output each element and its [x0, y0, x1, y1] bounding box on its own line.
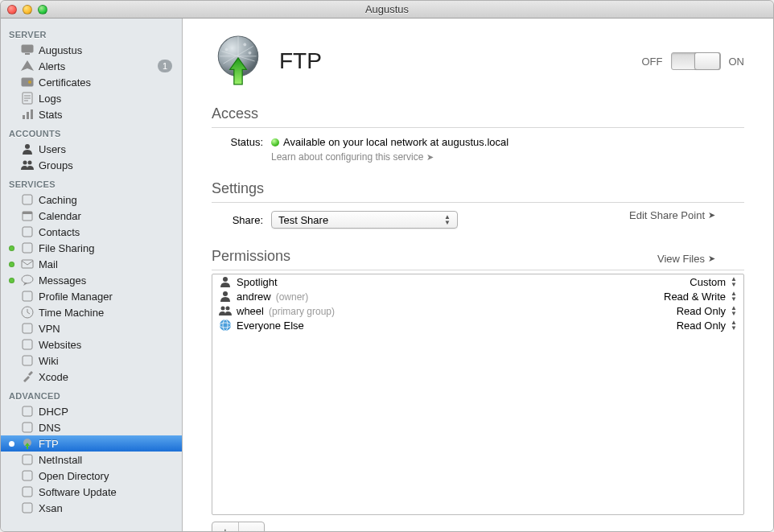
- xsan-icon: [20, 501, 34, 514]
- learn-more-link[interactable]: Learn about configuring this service➤: [271, 151, 744, 163]
- sidebar-item-mail[interactable]: Mail: [1, 256, 182, 272]
- sidebar-item-open-directory[interactable]: Open Directory: [1, 468, 182, 484]
- access-heading: Access: [212, 105, 744, 122]
- alert-icon: [20, 60, 34, 72]
- permission-level: Read Only: [677, 320, 726, 332]
- sidebar-item-vpn[interactable]: VPN: [1, 320, 182, 336]
- share-select[interactable]: Test Share ▲▼: [271, 211, 458, 229]
- remove-button[interactable]: −: [238, 522, 264, 531]
- svg-point-8: [244, 43, 246, 46]
- sidebar-item-label: File Sharing: [39, 242, 94, 254]
- calendar-icon: [20, 209, 34, 222]
- sidebar-item-label: Profile Manager: [39, 291, 113, 303]
- sidebar-item-profile-manager[interactable]: Profile Manager: [1, 288, 182, 304]
- sidebar-item-groups[interactable]: Groups: [1, 157, 182, 173]
- sidebar-item-label: Certificates: [39, 76, 91, 89]
- sidebar-item-label: DHCP: [39, 406, 68, 418]
- share-label: Share:: [212, 214, 263, 226]
- sidebar-item-wiki[interactable]: Wiki: [1, 353, 182, 369]
- sidebar-item-label: Open Directory: [39, 470, 109, 482]
- sidebar-item-users[interactable]: Users: [1, 141, 182, 157]
- status-dot-icon: [9, 262, 14, 267]
- sidebar-item-xsan[interactable]: Xsan: [1, 500, 182, 516]
- permissions-heading: Permissions: [212, 248, 290, 265]
- sidebar-item-label: Logs: [39, 93, 61, 105]
- close-icon[interactable]: [7, 5, 17, 14]
- stepper-icon[interactable]: ▲▼: [731, 291, 737, 302]
- status-dot-icon: [9, 245, 14, 251]
- sidebar-item-caching[interactable]: Caching: [1, 192, 182, 208]
- ftp-hero-icon: [212, 35, 265, 88]
- messages-icon: [20, 274, 34, 287]
- globe-icon: [219, 319, 232, 332]
- sidebar-item-label: Messages: [39, 274, 86, 287]
- sidebar-item-software-update[interactable]: Software Update: [1, 484, 182, 500]
- sidebar-item-label: Websites: [39, 339, 81, 351]
- certificate-icon: [20, 76, 34, 89]
- sidebar-item-time-machine[interactable]: Time Machine: [1, 304, 182, 320]
- caching-icon: [20, 193, 34, 206]
- sidebar-item-netinstall[interactable]: NetInstall: [1, 452, 182, 468]
- sidebar-item-label: Calendar: [39, 210, 81, 222]
- select-stepper-icon: ▲▼: [441, 212, 454, 228]
- titlebar: Augustus: [1, 1, 773, 19]
- people-icon: [219, 304, 232, 317]
- permission-row[interactable]: andrew(owner)Read & Write▲▼: [212, 289, 743, 303]
- svg-point-6: [249, 52, 251, 54]
- permission-row[interactable]: Everyone ElseRead Only▲▼: [212, 318, 743, 332]
- service-toggle[interactable]: [671, 52, 721, 70]
- sidebar-item-stats[interactable]: Stats: [1, 106, 182, 122]
- permissions-list: SpotlightCustom▲▼andrew(owner)Read & Wri…: [212, 274, 744, 515]
- chevron-right-icon: ➤: [708, 210, 715, 221]
- chevron-right-icon: ➤: [708, 254, 715, 264]
- sidebar-item-logs[interactable]: Logs: [1, 90, 182, 106]
- stepper-icon[interactable]: ▲▼: [731, 320, 737, 331]
- permission-row[interactable]: SpotlightCustom▲▼: [212, 274, 743, 289]
- sidebar-item-alerts[interactable]: Alerts1: [1, 58, 182, 74]
- permission-level: Read & Write: [664, 291, 726, 303]
- filesharing-icon: [20, 241, 34, 254]
- sidebar-item-label: Wiki: [39, 355, 59, 367]
- timemachine-icon: [20, 306, 34, 319]
- sidebar-section-header: SERVICES: [1, 173, 182, 192]
- add-button[interactable]: +: [212, 522, 238, 531]
- page-header: FTP OFF ON: [212, 35, 744, 88]
- permissions-addremove: + −: [212, 522, 265, 531]
- view-files-link[interactable]: View Files➤: [657, 253, 715, 265]
- stepper-icon[interactable]: ▲▼: [731, 305, 737, 316]
- stepper-icon[interactable]: ▲▼: [731, 276, 737, 287]
- sidebar-item-file-sharing[interactable]: File Sharing: [1, 240, 182, 256]
- people-icon: [20, 159, 34, 171]
- sidebar-section-header: ADVANCED: [1, 385, 182, 403]
- ftp-icon: [20, 437, 34, 450]
- edit-share-point-link[interactable]: Edit Share Point➤: [629, 209, 715, 221]
- netinstall-icon: [20, 453, 34, 466]
- sidebar-item-label: Xcode: [39, 371, 68, 383]
- sidebar-item-augustus[interactable]: Augustus: [1, 42, 182, 58]
- status-dot-icon: [271, 138, 279, 146]
- zoom-icon[interactable]: [38, 5, 47, 14]
- minimize-icon[interactable]: [23, 5, 32, 14]
- permission-row[interactable]: wheel(primary group)Read Only▲▼: [212, 303, 743, 318]
- sidebar-item-label: Users: [39, 143, 66, 155]
- page-title: FTP: [279, 48, 322, 74]
- sidebar-item-label: DNS: [39, 422, 60, 434]
- sidebar-item-ftp[interactable]: FTP: [1, 435, 182, 452]
- sidebar-item-label: Software Update: [39, 486, 117, 498]
- permission-level: Custom: [690, 276, 726, 288]
- sidebar-item-calendar[interactable]: Calendar: [1, 208, 182, 224]
- status-dot-icon: [9, 278, 14, 283]
- sidebar-item-xcode[interactable]: Xcode: [1, 369, 182, 385]
- sidebar-item-label: Contacts: [39, 226, 80, 238]
- permission-name: andrew: [237, 291, 271, 303]
- sidebar-item-websites[interactable]: Websites: [1, 336, 182, 353]
- sidebar-item-dns[interactable]: DNS: [1, 419, 182, 435]
- sidebar-item-contacts[interactable]: Contacts: [1, 224, 182, 240]
- person-icon: [20, 142, 34, 155]
- permission-name: Spotlight: [237, 276, 278, 288]
- vpn-icon: [20, 322, 34, 335]
- sidebar-item-label: VPN: [39, 323, 60, 335]
- sidebar-item-messages[interactable]: Messages: [1, 272, 182, 288]
- sidebar-item-dhcp[interactable]: DHCP: [1, 403, 182, 419]
- sidebar-item-certificates[interactable]: Certificates: [1, 74, 182, 90]
